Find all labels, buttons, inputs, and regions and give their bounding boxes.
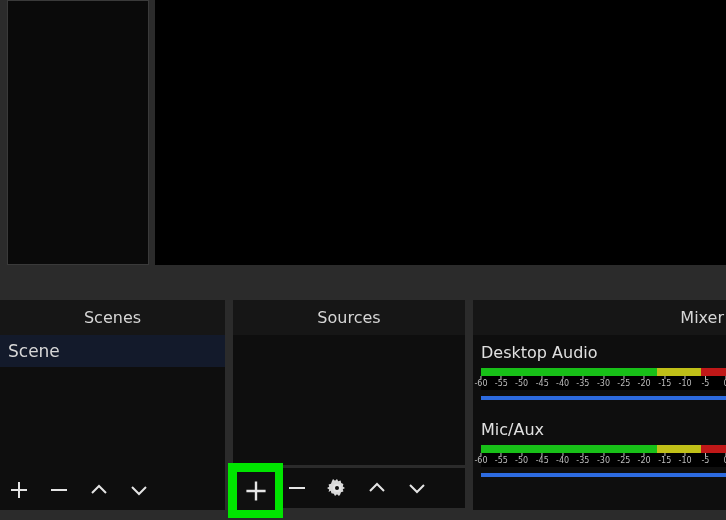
mixer-panel: Desktop Audio -60 -55 -50 -45 -40 -35 -3… [473,335,726,510]
mixer-channel-label: Desktop Audio [481,343,726,362]
volume-slider[interactable] [481,473,726,477]
chevron-up-icon [89,480,109,500]
gear-icon [327,478,347,498]
sources-panel-header[interactable]: Sources [233,300,465,335]
move-source-down-button[interactable] [404,475,430,501]
mixer-title: Mixer [680,308,724,327]
plus-icon [9,480,29,500]
add-scene-button[interactable] [6,477,32,503]
mixer-channel-mic-aux: Mic/Aux -60 -55 -50 -45 -40 -35 -30 -25 … [481,420,726,477]
move-scene-up-button[interactable] [86,477,112,503]
mixer-panel-header[interactable]: Mixer [473,300,726,335]
chevron-down-icon [129,480,149,500]
source-properties-button[interactable] [324,475,350,501]
minus-icon [49,480,69,500]
scene-item-label: Scene [8,341,60,361]
preview-canvas[interactable] [155,0,726,265]
scenes-list[interactable]: Scene [0,335,225,475]
preview-area [0,0,726,275]
move-source-up-button[interactable] [364,475,390,501]
scenes-title: Scenes [84,308,141,327]
sources-title: Sources [317,308,380,327]
minus-icon [287,478,307,498]
vu-ticks: -60 -55 -50 -45 -40 -35 -30 -25 -20 -15 … [481,376,726,388]
remove-scene-button[interactable] [46,477,72,503]
svg-point-0 [335,486,339,490]
vu-ticks: -60 -55 -50 -45 -40 -35 -30 -25 -20 -15 … [481,453,726,465]
scenes-panel-header[interactable]: Scenes [0,300,225,335]
scenes-toolbar [0,470,225,510]
volume-slider[interactable] [481,396,726,400]
plus-icon [244,479,268,503]
chevron-down-icon [407,478,427,498]
preview-thumbnail [7,0,149,265]
add-source-button[interactable] [237,472,275,510]
vu-meter: -60 -55 -50 -45 -40 -35 -30 -25 -20 -15 … [481,445,726,467]
sources-list[interactable] [233,335,465,465]
docks-header-row: Scenes Sources Mixer [0,300,726,335]
chevron-up-icon [367,478,387,498]
remove-source-button[interactable] [284,475,310,501]
move-scene-down-button[interactable] [126,477,152,503]
vu-meter: -60 -55 -50 -45 -40 -35 -30 -25 -20 -15 … [481,368,726,390]
scene-item[interactable]: Scene [0,335,225,367]
mixer-channel-label: Mic/Aux [481,420,726,439]
mixer-channel-desktop-audio: Desktop Audio -60 -55 -50 -45 -40 -35 -3… [481,343,726,400]
add-source-highlight [228,463,283,518]
